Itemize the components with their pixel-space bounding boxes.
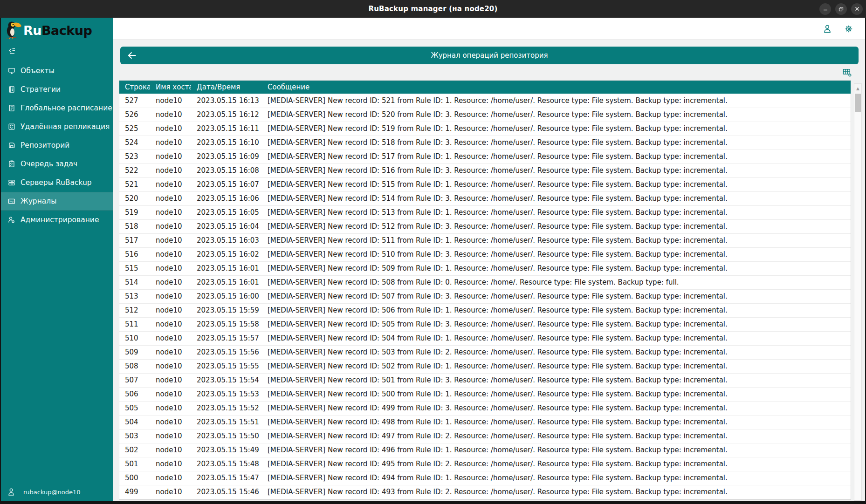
sidebar-item-servers[interactable]: Серверы RuBackup xyxy=(1,173,113,192)
table-row[interactable]: 509 node10 2023.05.15 15:56 [MEDIA-SERVE… xyxy=(119,345,851,359)
sidebar-item-objects[interactable]: Объекты xyxy=(1,61,113,80)
cell-line-number: 527 xyxy=(119,94,150,108)
repository-icon xyxy=(7,141,16,150)
cell-datetime: 2023.05.15 16:11 xyxy=(191,122,262,136)
user-icon[interactable] xyxy=(822,24,832,34)
cell-line-number: 516 xyxy=(119,247,150,261)
cell-message: [MEDIA-SERVER] New record ID: 510 from R… xyxy=(262,247,851,261)
table-row[interactable]: 524 node10 2023.05.15 16:10 [MEDIA-SERVE… xyxy=(119,136,851,150)
table-row[interactable]: 514 node10 2023.05.15 16:01 [MEDIA-SERVE… xyxy=(119,275,851,289)
sidebar-item-administration[interactable]: Администрирование xyxy=(1,211,113,229)
table-row[interactable]: 518 node10 2023.05.15 16:04 [MEDIA-SERVE… xyxy=(119,219,851,233)
table-row[interactable]: 513 node10 2023.05.15 16:00 [MEDIA-SERVE… xyxy=(119,289,851,303)
sidebar-item-label: Репозиторий xyxy=(21,141,69,150)
sidebar-item-global-schedule[interactable]: Глобальное расписание xyxy=(1,99,113,117)
vertical-scrollbar[interactable]: ▲ xyxy=(854,83,862,501)
table-row[interactable]: 525 node10 2023.05.15 16:11 [MEDIA-SERVE… xyxy=(119,122,851,136)
back-arrow-icon[interactable] xyxy=(127,50,137,61)
table-row[interactable]: 515 node10 2023.05.15 16:01 [MEDIA-SERVE… xyxy=(119,261,851,275)
table-row[interactable]: 512 node10 2023.05.15 15:59 [MEDIA-SERVE… xyxy=(119,303,851,317)
sidebar-item-repository[interactable]: Репозиторий xyxy=(1,136,113,155)
column-header-datetime[interactable]: Дата/Время xyxy=(191,81,262,94)
cell-line-number: 502 xyxy=(119,443,150,457)
sidebar-item-journals[interactable]: log Журналы xyxy=(1,192,113,211)
logged-user-icon xyxy=(7,488,15,496)
table-row[interactable]: 506 node10 2023.05.15 15:53 [MEDIA-SERVE… xyxy=(119,387,851,401)
settings-gear-icon[interactable] xyxy=(844,24,854,34)
table-row[interactable]: 520 node10 2023.05.15 16:06 [MEDIA-SERVE… xyxy=(119,191,851,205)
collapse-sidebar-icon xyxy=(7,47,17,55)
close-icon xyxy=(854,6,860,12)
table-row[interactable]: 504 node10 2023.05.15 15:51 [MEDIA-SERVE… xyxy=(119,415,851,429)
cell-message: [MEDIA-SERVER] New record ID: 513 from R… xyxy=(262,205,851,219)
cell-message: [MEDIA-SERVER] New record ID: 519 from R… xyxy=(262,122,851,136)
table-row[interactable]: 523 node10 2023.05.15 16:09 [MEDIA-SERVE… xyxy=(119,150,851,163)
sidebar-item-strategies[interactable]: Стратегии xyxy=(1,80,113,99)
objects-icon xyxy=(7,66,16,75)
cell-datetime: 2023.05.15 16:09 xyxy=(191,150,262,163)
sidebar-item-label: Удалённая репликация xyxy=(21,123,110,131)
table-body: 527 node10 2023.05.15 16:13 [MEDIA-SERVE… xyxy=(119,94,851,499)
logo-ru: Ru xyxy=(23,23,41,38)
table-row[interactable]: 517 node10 2023.05.15 16:03 [MEDIA-SERVE… xyxy=(119,233,851,247)
column-header-line[interactable]: Строка xyxy=(119,81,150,94)
table-row[interactable]: 516 node10 2023.05.15 16:02 [MEDIA-SERVE… xyxy=(119,247,851,261)
cell-message: [MEDIA-SERVER] New record ID: 507 from R… xyxy=(262,289,851,303)
restore-button[interactable] xyxy=(835,3,847,15)
column-header-host[interactable]: Имя хоста xyxy=(150,81,191,94)
table-row[interactable]: 500 node10 2023.05.15 15:47 [MEDIA-SERVE… xyxy=(119,471,851,485)
table-row[interactable]: 527 node10 2023.05.15 16:13 [MEDIA-SERVE… xyxy=(119,94,851,108)
sidebar: RuBackup Объекты Стратегии xyxy=(1,18,113,501)
scroll-thumb[interactable] xyxy=(855,94,861,112)
cell-line-number: 506 xyxy=(119,387,150,401)
cell-datetime: 2023.05.15 16:01 xyxy=(191,261,262,275)
cell-datetime: 2023.05.15 16:02 xyxy=(191,247,262,261)
sidebar-nav: Объекты Стратегии Глобальное расписание … xyxy=(1,61,113,229)
cell-datetime: 2023.05.15 16:08 xyxy=(191,163,262,177)
sidebar-collapse-button[interactable] xyxy=(1,44,113,58)
cell-datetime: 2023.05.15 15:56 xyxy=(191,345,262,359)
cell-datetime: 2023.05.15 16:06 xyxy=(191,191,262,205)
table-row[interactable]: 501 node10 2023.05.15 15:48 [MEDIA-SERVE… xyxy=(119,457,851,471)
cell-line-number: 508 xyxy=(119,359,150,373)
cell-datetime: 2023.05.15 15:50 xyxy=(191,429,262,443)
cell-host-name: node10 xyxy=(150,485,191,499)
cell-message: [MEDIA-SERVER] New record ID: 515 from R… xyxy=(262,177,851,191)
close-button[interactable] xyxy=(851,3,863,15)
cell-datetime: 2023.05.15 16:05 xyxy=(191,205,262,219)
table-row[interactable]: 499 node10 2023.05.15 15:46 [MEDIA-SERVE… xyxy=(119,485,851,499)
top-toolbar xyxy=(113,18,865,40)
scroll-up-button[interactable]: ▲ xyxy=(854,84,861,93)
cell-line-number: 521 xyxy=(119,177,150,191)
strategies-icon xyxy=(7,85,16,94)
table-row[interactable]: 526 node10 2023.05.15 16:12 [MEDIA-SERVE… xyxy=(119,108,851,122)
table-row[interactable]: 505 node10 2023.05.15 15:52 [MEDIA-SERVE… xyxy=(119,401,851,415)
table-row[interactable]: 510 node10 2023.05.15 15:57 [MEDIA-SERVE… xyxy=(119,331,851,345)
cell-datetime: 2023.05.15 16:00 xyxy=(191,289,262,303)
table-row[interactable]: 502 node10 2023.05.15 15:49 [MEDIA-SERVE… xyxy=(119,443,851,457)
table-row[interactable]: 508 node10 2023.05.15 15:55 [MEDIA-SERVE… xyxy=(119,359,851,373)
table-settings-icon[interactable] xyxy=(842,68,852,77)
cell-datetime: 2023.05.15 15:59 xyxy=(191,303,262,317)
cell-line-number: 507 xyxy=(119,373,150,387)
cell-message: [MEDIA-SERVER] New record ID: 499 from R… xyxy=(262,401,851,415)
cell-host-name: node10 xyxy=(150,136,191,150)
table-row[interactable]: 511 node10 2023.05.15 15:58 [MEDIA-SERVE… xyxy=(119,317,851,331)
cell-line-number: 509 xyxy=(119,345,150,359)
rubackup-logo: RuBackup xyxy=(1,18,113,43)
cell-host-name: node10 xyxy=(150,471,191,485)
sidebar-item-task-queue[interactable]: Очередь задач xyxy=(1,155,113,173)
table-row[interactable]: 521 node10 2023.05.15 16:07 [MEDIA-SERVE… xyxy=(119,177,851,191)
sidebar-item-remote-replication[interactable]: Удалённая репликация xyxy=(1,117,113,136)
table-row[interactable]: 522 node10 2023.05.15 16:08 [MEDIA-SERVE… xyxy=(119,163,851,177)
table-row[interactable]: 519 node10 2023.05.15 16:05 [MEDIA-SERVE… xyxy=(119,205,851,219)
cell-line-number: 525 xyxy=(119,122,150,136)
cell-message: [MEDIA-SERVER] New record ID: 518 from R… xyxy=(262,136,851,150)
minimize-button[interactable] xyxy=(819,3,831,15)
table-row[interactable]: 507 node10 2023.05.15 15:54 [MEDIA-SERVE… xyxy=(119,373,851,387)
cell-datetime: 2023.05.15 16:03 xyxy=(191,233,262,247)
logo-text: RuBackup xyxy=(23,23,92,38)
table-row[interactable]: 503 node10 2023.05.15 15:50 [MEDIA-SERVE… xyxy=(119,429,851,443)
column-header-message[interactable]: Сообщение xyxy=(262,81,851,94)
restore-icon xyxy=(838,6,844,12)
